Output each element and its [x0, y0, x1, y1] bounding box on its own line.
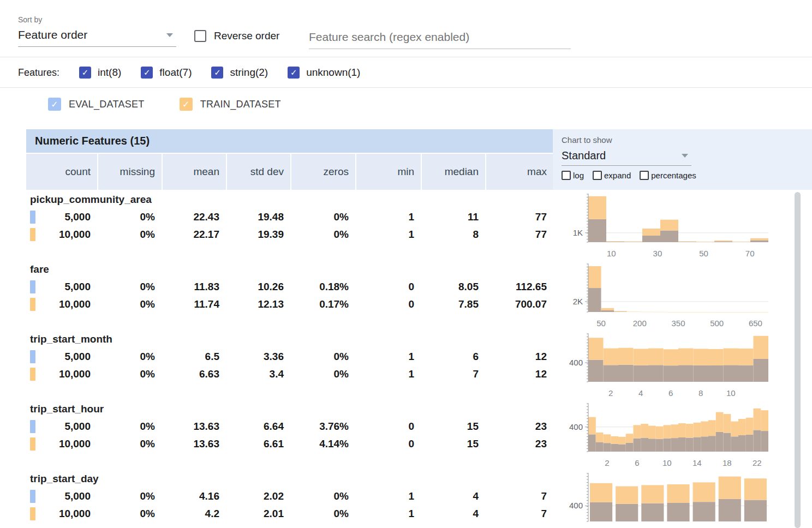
svg-text:400: 400: [569, 422, 583, 431]
svg-text:10: 10: [662, 458, 672, 467]
stat-value: 1: [355, 368, 421, 380]
stat-value: 1: [355, 351, 421, 363]
train-stats-row: 10,0000%13.636.614.14%01523: [26, 435, 553, 453]
histogram-trip_start_month: 400246810: [562, 332, 791, 401]
stat-value: 10,000: [26, 508, 97, 520]
stat-value: 11: [421, 211, 485, 223]
dataset-toggle-eval_dataset: ✓EVAL_DATASET: [48, 98, 145, 111]
sort-by-group: Sort by Feature order: [18, 15, 176, 47]
stat-value: 3.36: [226, 351, 290, 363]
svg-text:50: 50: [699, 249, 708, 258]
sort-by-dropdown[interactable]: Feature order: [18, 26, 176, 47]
stat-value: 7: [421, 368, 485, 380]
sort-by-label: Sort by: [18, 15, 176, 24]
chevron-down-icon: [166, 33, 173, 37]
stat-value: 700.07: [485, 298, 553, 310]
checkbox-checked-icon[interactable]: ✓: [141, 67, 153, 79]
column-header-mean: mean: [162, 154, 226, 190]
eval-stats-row: 5,0000%13.636.643.76%01523: [26, 418, 553, 435]
stat-value: 19.39: [226, 229, 290, 241]
checkbox-unchecked-icon[interactable]: [562, 171, 571, 180]
feature-name: fare: [26, 262, 553, 278]
histogram-trip_start_day: 400: [562, 471, 791, 528]
chart-type-value: Standard: [562, 149, 606, 162]
eval-stats-row: 5,0000%11.8310.260.18%08.05112.65: [26, 278, 553, 296]
stat-value: 15: [421, 438, 485, 450]
stat-value: 5,000: [26, 421, 97, 433]
eval-dataset-swatch: [30, 280, 35, 293]
chart-option-label: expand: [604, 171, 631, 180]
numeric-features-header: Numeric Features (15): [26, 129, 553, 153]
histogram-fare: 2K50200350500650: [562, 262, 791, 332]
stat-value: 0: [355, 438, 421, 450]
dataset-legend-bar: ✓EVAL_DATASET✓TRAIN_DATASET: [48, 88, 281, 121]
reverse-order-group: Reverse order: [194, 30, 279, 42]
reverse-order-checkbox[interactable]: [194, 30, 206, 42]
feature-filter-float: ✓float(7): [141, 67, 192, 79]
stat-value: 6.5: [162, 351, 226, 363]
stat-value: 2.02: [226, 490, 290, 502]
eval-dataset-swatch: [30, 490, 35, 503]
svg-text:2: 2: [608, 388, 613, 398]
checkbox-unchecked-icon[interactable]: [593, 171, 602, 180]
eval-stats-row: 5,0000%6.53.360%1612: [26, 348, 553, 365]
stat-value: 5,000: [26, 211, 97, 223]
checkbox-checked-icon[interactable]: ✓: [48, 98, 61, 111]
charts-column: 1K103050702K5020035050065040024681040026…: [562, 192, 791, 528]
stat-value: 0%: [97, 508, 162, 520]
stat-value: 0%: [97, 421, 162, 433]
checkbox-checked-icon[interactable]: ✓: [211, 67, 223, 79]
stat-value: 0%: [290, 351, 355, 363]
checkbox-checked-icon[interactable]: ✓: [79, 67, 91, 79]
stat-value: 4: [421, 508, 485, 520]
stat-value: 0%: [290, 211, 355, 223]
svg-text:200: 200: [633, 319, 647, 328]
stat-value: 23: [485, 421, 553, 433]
chart-options: logexpandpercentages: [562, 171, 812, 180]
svg-text:30: 30: [653, 249, 662, 258]
checkbox-checked-icon[interactable]: ✓: [288, 67, 300, 79]
stat-value: 13.63: [162, 421, 226, 433]
histogram-trip_start_hour: 4002610141822: [562, 401, 791, 471]
feature-name: trip_start_day: [26, 471, 553, 488]
feature-block-fare: fare5,0000%11.8310.260.18%08.05112.6510,…: [26, 262, 553, 332]
feature-filter-int: ✓int(8): [79, 67, 121, 79]
stat-value: 6: [421, 351, 485, 363]
feature-name: pickup_community_area: [26, 192, 553, 208]
feature-search-input[interactable]: [309, 28, 571, 49]
column-header-zeros: zeros: [290, 154, 355, 190]
train-stats-row: 10,0000%4.22.010%147: [26, 505, 553, 523]
column-header-min: min: [355, 154, 421, 190]
svg-text:22: 22: [753, 458, 762, 467]
histogram-pickup_community_area: 1K10305070: [562, 192, 791, 262]
chart-option-label: log: [573, 171, 584, 180]
toolbar: Sort by Feature order Reverse order: [0, 0, 812, 57]
chevron-down-icon: [682, 154, 688, 158]
stat-value: 1: [355, 490, 421, 502]
facets-overview-app: Sort by Feature order Reverse order Feat…: [0, 0, 812, 528]
svg-text:18: 18: [723, 458, 732, 467]
svg-text:2: 2: [605, 458, 609, 467]
stat-value: 0%: [97, 368, 162, 380]
stat-value: 0.17%: [290, 298, 355, 310]
chart-option-label: percentages: [651, 171, 696, 180]
stat-value: 4.16: [162, 490, 226, 502]
chart-option-expand: expand: [593, 171, 631, 180]
checkbox-unchecked-icon[interactable]: [640, 171, 649, 180]
stat-value: 2.01: [226, 508, 290, 520]
checkbox-checked-icon[interactable]: ✓: [180, 98, 193, 111]
stat-value: 10,000: [26, 229, 97, 241]
stat-value: 3.4: [226, 368, 290, 380]
column-header-max: max: [485, 154, 553, 190]
train-dataset-swatch: [30, 298, 35, 311]
feature-block-pickup_community_area: pickup_community_area5,0000%22.4319.480%…: [26, 192, 553, 262]
stat-value: 11.74: [162, 298, 226, 310]
feature-filter-unknown: ✓unknown(1): [288, 67, 360, 79]
stat-value: 10.26: [226, 281, 290, 293]
stat-value: 10,000: [26, 298, 97, 310]
stat-value: 0: [355, 281, 421, 293]
stat-value: 6.64: [226, 421, 290, 433]
vertical-scrollbar-thumb[interactable]: [795, 192, 801, 528]
stat-value: 1: [355, 211, 421, 223]
chart-type-dropdown[interactable]: Standard: [562, 146, 691, 166]
